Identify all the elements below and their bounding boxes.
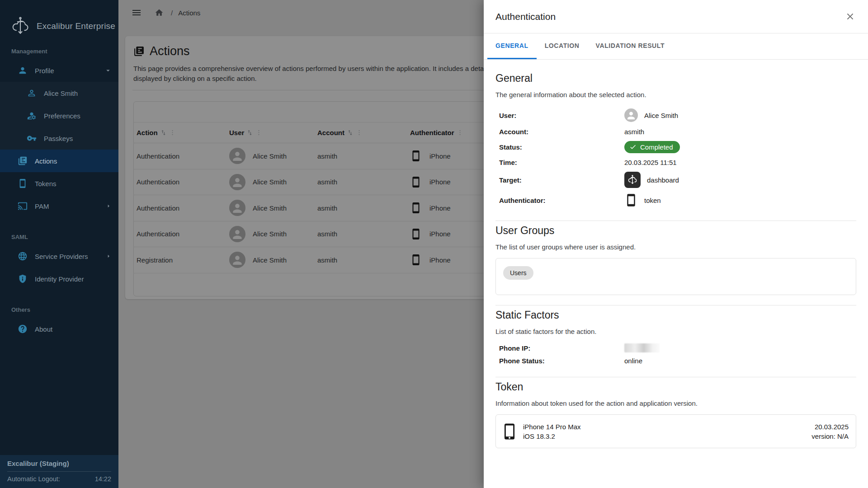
drawer-body: General The general information about th… <box>484 60 868 448</box>
static-factor-fields: Phone IP: Phone Status: online <box>495 342 856 367</box>
token-date: 20.03.2025 <box>811 423 849 431</box>
section-divider <box>495 377 856 377</box>
sidebar-item-label: Identity Provider <box>35 275 84 283</box>
status-badge: Completed <box>624 141 680 153</box>
environment-label: Excalibur (Staging) <box>7 460 111 467</box>
user-groups-box: Users <box>495 258 856 295</box>
field-phone-status: Phone Status: online <box>495 354 856 367</box>
sidebar-item-alice-smith[interactable]: Alice Smith <box>0 82 118 104</box>
redacted-phone-ip <box>624 343 660 352</box>
token-version: version: N/A <box>811 432 849 440</box>
shield-info-icon <box>17 273 28 284</box>
field-account-value: asmith <box>624 128 856 136</box>
section-description-general: The general information about the select… <box>495 91 856 99</box>
sidebar-item-tokens[interactable]: Tokens <box>0 172 118 195</box>
field-phone-status-value: online <box>624 357 856 365</box>
drawer-title: Authentication <box>495 11 556 22</box>
field-authenticator: Authenticator: token <box>495 190 856 211</box>
section-heading-general: General <box>495 72 856 84</box>
phone-device-icon <box>503 423 516 440</box>
sidebar-footer: Excalibur (Staging) Automatic Logout: 14… <box>0 455 118 488</box>
sidebar-item-label: Tokens <box>35 180 57 188</box>
general-fields: User: Alice Smith Account: asmith Status… <box>495 107 856 211</box>
chevron-right-icon <box>105 202 112 210</box>
drawer-header: Authentication <box>484 0 868 33</box>
section-description-user-groups: The list of user groups where user is as… <box>495 243 856 251</box>
field-status: Status: Completed <box>495 139 856 155</box>
sidebar-item-preferences[interactable]: Preferences <box>0 104 118 127</box>
tab-location[interactable]: LOCATION <box>537 33 588 59</box>
tab-validation-result[interactable]: VALIDATION RESULT <box>588 33 673 59</box>
section-heading-token: Token <box>495 381 856 393</box>
help-icon <box>17 324 28 334</box>
token-card: iPhone 14 Pro Max iOS 18.3.2 20.03.2025 … <box>495 414 856 448</box>
auto-logout-label: Automatic Logout: <box>7 475 60 483</box>
sidebar: Excalibur Enterprise Management Profile … <box>0 0 118 488</box>
field-time-value: 20.03.2025 11:51 <box>624 159 856 166</box>
sidebar-item-label: Preferences <box>44 112 80 120</box>
footer-divider <box>7 471 111 472</box>
avatar <box>624 108 638 122</box>
section-heading-user-groups: User Groups <box>495 225 856 237</box>
field-authenticator-value: token <box>644 197 661 204</box>
close-drawer-button[interactable] <box>843 9 857 23</box>
field-phone-ip: Phone IP: <box>495 342 856 354</box>
field-account: Account: asmith <box>495 124 856 139</box>
field-time: Time: 20.03.2025 11:51 <box>495 155 856 170</box>
manage-accounts-icon <box>26 110 37 121</box>
sidebar-section-saml: SAML <box>0 217 118 245</box>
tab-general[interactable]: GENERAL <box>487 33 537 59</box>
sidebar-item-label: Passkeys <box>44 135 73 142</box>
token-device-os: iOS 18.3.2 <box>523 432 581 440</box>
close-icon <box>845 11 855 22</box>
sidebar-item-service-providers[interactable]: Service Providers <box>0 245 118 267</box>
sidebar-item-identity-provider[interactable]: Identity Provider <box>0 267 118 290</box>
app-logo-row: Excalibur Enterprise <box>0 0 118 42</box>
sidebar-item-profile[interactable]: Profile <box>0 59 118 82</box>
field-target-value: dashboard <box>647 176 679 184</box>
sidebar-item-about[interactable]: About <box>0 318 118 340</box>
sidebar-section-management: Management <box>0 42 118 59</box>
field-user: User: Alice Smith <box>495 107 856 124</box>
profile-submenu: Alice Smith Preferences Passkeys <box>0 82 118 150</box>
section-description-static-factors: List of static factors for the action. <box>495 328 856 335</box>
sidebar-item-label: Service Providers <box>35 253 88 260</box>
section-description-token: Information about token used for the act… <box>495 399 856 407</box>
sidebar-item-label: Alice Smith <box>44 89 78 97</box>
app-title: Excalibur Enterprise <box>37 21 115 31</box>
sidebar-item-actions[interactable]: Actions <box>0 150 118 172</box>
sidebar-section-others: Others <box>0 290 118 318</box>
excalibur-logo-icon <box>10 16 31 37</box>
field-target: Target: dashboard <box>495 170 856 190</box>
drawer-tabs: GENERAL LOCATION VALIDATION RESULT <box>484 33 868 60</box>
section-heading-static-factors: Static Factors <box>495 309 856 321</box>
chevron-down-icon <box>104 66 112 75</box>
chevron-right-icon <box>105 253 112 260</box>
detail-drawer: Authentication GENERAL LOCATION VALIDATI… <box>484 0 868 488</box>
cast-icon <box>17 201 28 211</box>
smartphone-icon <box>624 193 638 207</box>
sidebar-item-label: PAM <box>35 202 49 210</box>
section-divider <box>495 221 856 221</box>
auto-logout-timer: 14:22 <box>95 475 111 483</box>
sidebar-item-passkeys[interactable]: Passkeys <box>0 127 118 150</box>
library-books-icon <box>17 155 28 166</box>
section-divider <box>495 305 856 305</box>
key-icon <box>26 133 37 144</box>
token-device-name: iPhone 14 Pro Max <box>523 423 581 431</box>
globe-icon <box>17 251 28 262</box>
sidebar-item-label: About <box>35 325 52 333</box>
target-app-icon <box>624 172 641 188</box>
person-outline-icon <box>26 88 37 99</box>
person-icon <box>17 65 28 76</box>
smartphone-icon <box>17 178 28 189</box>
user-group-chip: Users <box>503 266 533 280</box>
sidebar-item-label: Actions <box>35 157 57 165</box>
check-icon <box>629 143 637 150</box>
field-user-value: Alice Smith <box>644 112 678 119</box>
sidebar-item-label: Profile <box>35 67 54 75</box>
sidebar-item-pam[interactable]: PAM <box>0 195 118 217</box>
